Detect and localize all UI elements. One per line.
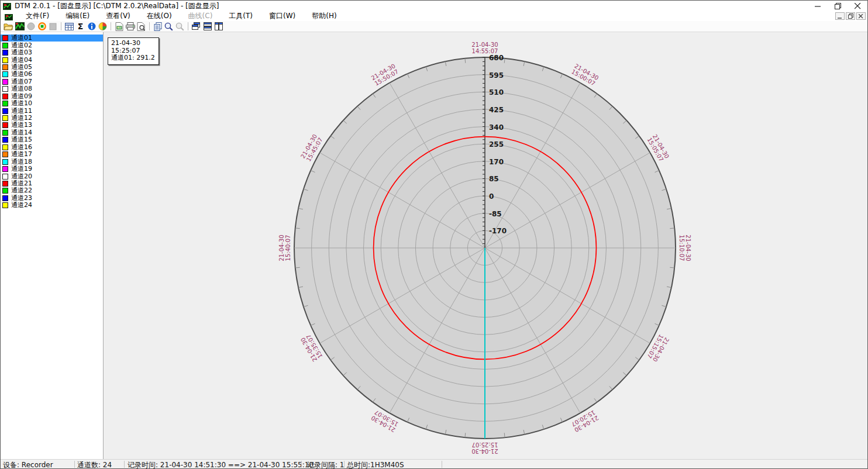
menu-bar: 文件(F)编辑(E)查看(V)在线(O)曲线(C)工具(T)窗口(W)帮助(H) <box>1 11 867 21</box>
print-preview-icon[interactable] <box>136 21 147 32</box>
print-icon[interactable] <box>125 21 136 32</box>
channel-label: 通道23 <box>11 195 32 202</box>
channel-list-item[interactable]: 通道03 <box>1 49 103 56</box>
cascade-windows-icon[interactable] <box>191 21 202 32</box>
pie-chart-icon[interactable] <box>97 21 108 32</box>
info-icon[interactable] <box>86 21 97 32</box>
mdi-close-button[interactable] <box>856 12 866 20</box>
toolbar-separator <box>111 22 111 30</box>
channel-color-swatch <box>2 166 8 172</box>
channel-list-item[interactable]: 通道08 <box>1 85 103 92</box>
zoom-icon[interactable] <box>163 21 174 32</box>
channel-list-item[interactable]: 通道05 <box>1 64 103 71</box>
channel-color-swatch <box>2 64 8 70</box>
channel-label: 通道20 <box>11 173 32 180</box>
minimize-button[interactable] <box>808 1 828 11</box>
record-icon[interactable] <box>36 21 47 32</box>
channel-list-item[interactable]: 通道23 <box>1 195 103 202</box>
radial-axis-label: -170 <box>489 227 507 235</box>
menu-item[interactable]: 查看(V) <box>98 11 139 22</box>
channel-color-swatch <box>2 115 8 121</box>
time-label-time: 15:10:07 <box>678 235 685 261</box>
channel-color-swatch <box>2 159 8 165</box>
menu-item[interactable]: 在线(O) <box>139 11 180 22</box>
channel-list-item[interactable]: 通道16 <box>1 144 103 151</box>
time-label-date: 21-04-30 <box>471 448 498 454</box>
table-icon[interactable] <box>64 21 75 32</box>
menu-item[interactable]: 帮助(H) <box>304 11 345 22</box>
tile-horizontal-icon[interactable] <box>202 21 213 32</box>
channel-color-swatch <box>2 174 8 180</box>
menu-item[interactable]: 文件(F) <box>18 11 57 22</box>
open-file-icon[interactable] <box>3 21 14 32</box>
channel-list-item[interactable]: 通道07 <box>1 78 103 85</box>
channel-list-item[interactable]: 通道04 <box>1 56 103 63</box>
channel-color-swatch <box>2 137 8 143</box>
channel-color-swatch <box>2 108 8 114</box>
tile-vertical-icon[interactable] <box>213 21 224 32</box>
chart-icon[interactable] <box>14 21 25 32</box>
restore-button[interactable] <box>828 1 848 11</box>
stop-gray-icon <box>47 21 58 32</box>
channel-label: 通道06 <box>11 71 32 78</box>
channel-list-item[interactable]: 通道17 <box>1 151 103 158</box>
status-separator <box>74 461 75 468</box>
polar-disk-chart[interactable] <box>104 32 867 459</box>
channel-label: 通道19 <box>11 165 32 173</box>
status-segment: 通道数: 24 <box>77 460 112 469</box>
child-window-icon[interactable] <box>5 12 13 20</box>
channel-label: 通道10 <box>11 100 32 107</box>
channel-list-item[interactable]: 通道20 <box>1 173 103 180</box>
value-tooltip: 21-04-30 15:25:07 通道01: 291.2 <box>108 37 159 65</box>
channel-list-item[interactable]: 通道21 <box>1 180 103 187</box>
tooltip-value: 通道01: 291.2 <box>111 54 155 62</box>
channel-label: 通道09 <box>11 93 32 100</box>
time-label-date: 21-04-30 <box>471 42 498 48</box>
mdi-restore-button[interactable] <box>846 12 855 20</box>
channel-list-item[interactable]: 通道11 <box>1 107 103 114</box>
chart-area: 680595510425340255170850-85-170 21-04-30… <box>104 32 867 459</box>
channel-color-swatch <box>2 144 8 150</box>
channel-list-item[interactable]: 通道22 <box>1 187 103 194</box>
close-button[interactable] <box>848 1 867 11</box>
channel-color-swatch <box>2 57 8 63</box>
channel-list-item[interactable]: 通道24 <box>1 202 103 209</box>
channel-label: 通道17 <box>11 151 32 158</box>
status-bar: 设备: Recorder通道数: 24记录时间: 21-04-30 14:51:… <box>1 459 867 468</box>
time-label-time: 15:40:07 <box>285 235 291 261</box>
toolbar-separator <box>61 22 61 30</box>
channel-list-item[interactable]: 通道19 <box>1 165 103 173</box>
copy-icon[interactable] <box>152 21 163 32</box>
zoom-disabled-icon <box>174 21 185 32</box>
time-label: 21-04-3015:10:07 <box>678 235 691 261</box>
menu-item[interactable]: 工具(T) <box>221 11 261 22</box>
channel-color-swatch <box>2 50 8 56</box>
channel-label: 通道04 <box>11 57 32 64</box>
channel-list-item[interactable]: 通道09 <box>1 93 103 100</box>
status-segment: 记录间隔: 1 <box>307 460 345 469</box>
channel-list-item[interactable]: 通道12 <box>1 115 103 122</box>
channel-list-item[interactable]: 通道02 <box>1 42 103 49</box>
status-separator <box>301 461 302 468</box>
channel-label: 通道14 <box>11 129 32 136</box>
sigma-icon[interactable]: Σ <box>75 21 86 32</box>
export-image-icon[interactable] <box>113 21 125 32</box>
channel-list-item[interactable]: 通道01 <box>1 35 103 42</box>
channel-list-item[interactable]: 通道14 <box>1 129 103 136</box>
mdi-minimize-button[interactable] <box>835 12 845 20</box>
channel-list-item[interactable]: 通道06 <box>1 71 103 78</box>
channel-list-item[interactable]: 通道18 <box>1 158 103 165</box>
channel-list-item[interactable]: 通道10 <box>1 100 103 107</box>
time-label-time: 14:55:07 <box>471 48 498 54</box>
channel-color-swatch <box>2 79 8 85</box>
radial-axis-label: 595 <box>489 71 504 80</box>
menu-items: 文件(F)编辑(E)查看(V)在线(O)曲线(C)工具(T)窗口(W)帮助(H) <box>18 11 345 22</box>
menu-item[interactable]: 窗口(W) <box>261 11 304 22</box>
channel-list-item[interactable]: 通道15 <box>1 136 103 143</box>
channel-list-item[interactable]: 通道13 <box>1 122 103 129</box>
time-label-date: 21-04-30 <box>278 235 285 261</box>
menu-item[interactable]: 编辑(E) <box>57 11 98 22</box>
channel-color-swatch <box>2 202 8 208</box>
time-label: 21-04-3014:55:07 <box>471 42 498 54</box>
radial-axis-label: 680 <box>489 54 504 62</box>
